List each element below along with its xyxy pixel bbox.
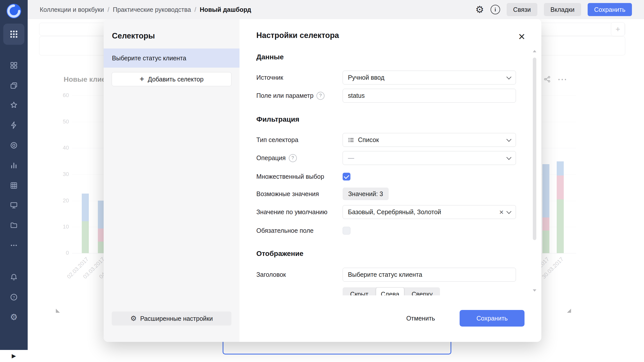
save-dashboard-button[interactable]: Сохранить xyxy=(588,3,632,16)
breadcrumb-collections[interactable]: Коллекции и воркбуки xyxy=(40,6,104,13)
breadcrumb-separator: / xyxy=(108,6,109,13)
close-button[interactable]: × xyxy=(515,30,528,43)
required-checkbox[interactable] xyxy=(343,227,350,235)
add-selector-label: Добавить селектор xyxy=(148,76,204,83)
selectors-pane-title: Селекторы xyxy=(112,31,155,40)
favorites-icon[interactable] xyxy=(0,98,28,113)
dashboards-icon[interactable] xyxy=(0,58,28,73)
close-icon: × xyxy=(518,30,525,43)
segment-option-top[interactable]: Сверху xyxy=(404,287,440,295)
scrollbar-thumb[interactable] xyxy=(533,58,536,240)
services-grid-icon[interactable] xyxy=(0,24,28,45)
save-selector-button[interactable]: Сохранить xyxy=(460,310,525,327)
datalens-logo[interactable] xyxy=(0,4,28,19)
settings-scroll-area: Данные Источник Ручной ввод Поле или пар… xyxy=(256,47,531,295)
sidebar-collapse-button[interactable]: ▶ xyxy=(0,350,28,362)
parameter-label: Поле или параметр ? xyxy=(256,92,343,100)
scroll-down-arrow[interactable] xyxy=(533,289,536,292)
segment-option-hidden[interactable]: Скрыт xyxy=(343,287,376,295)
charts-icon[interactable] xyxy=(0,158,28,173)
selectors-pane: Селекторы Выберите статус клиента + Доба… xyxy=(104,19,239,342)
add-selector-button[interactable]: + Добавить селектор xyxy=(112,72,231,86)
top-header: Коллекции и воркбуки / Практические руко… xyxy=(28,0,644,19)
sidebar: ? ⚙ xyxy=(0,0,28,350)
help-question-icon[interactable]: ? xyxy=(316,92,325,100)
presentations-icon[interactable] xyxy=(0,198,28,213)
source-select-value: Ручной ввод xyxy=(348,74,384,81)
chevron-down-icon xyxy=(506,137,511,142)
field-row-title: Заголовок xyxy=(256,268,516,282)
tables-icon[interactable] xyxy=(0,178,28,193)
tabs-button[interactable]: Вкладки xyxy=(544,3,581,16)
multi-select-checkbox[interactable] xyxy=(343,173,350,180)
collapse-icon: ▶ xyxy=(12,353,16,359)
selector-type-label: Тип селектора xyxy=(256,136,343,144)
breadcrumb-separator: / xyxy=(194,6,196,13)
datasets-icon[interactable] xyxy=(0,138,28,153)
info-button[interactable]: i xyxy=(491,5,500,14)
field-row-possible-values: Возможные значения Значений: 3 xyxy=(256,188,516,200)
cancel-button[interactable]: Отменить xyxy=(395,310,446,327)
field-row-selector-type: Тип селектора Список xyxy=(256,133,516,147)
selector-type-value: Список xyxy=(358,136,379,144)
settings-icon[interactable]: ⚙ xyxy=(0,309,28,325)
info-icon: i xyxy=(491,5,500,14)
selector-type-select[interactable]: Список xyxy=(343,133,516,147)
services-grid-tile xyxy=(3,24,24,45)
gear-icon: ⚙ xyxy=(475,5,484,14)
plus-icon: + xyxy=(140,75,144,83)
connections-icon[interactable] xyxy=(0,118,28,133)
field-row-operation: Операция ? — xyxy=(256,151,516,165)
breadcrumb-current: Новый дашборд xyxy=(200,6,251,13)
scroll-up-arrow[interactable] xyxy=(533,50,536,52)
selector-list-item[interactable]: Выберите статус клиента xyxy=(104,49,239,68)
gear-icon: ⚙ xyxy=(130,315,137,322)
chevron-down-icon xyxy=(506,74,511,79)
settings-gear-button[interactable]: ⚙ xyxy=(475,5,484,14)
links-button[interactable]: Связи xyxy=(507,3,537,16)
selector-list-item-label: Выберите статус клиента xyxy=(112,55,186,62)
segment-option-left[interactable]: Слева xyxy=(376,287,404,295)
breadcrumb: Коллекции и воркбуки / Практические руко… xyxy=(40,6,251,13)
possible-values-label: Возможные значения xyxy=(256,190,343,198)
title-position-segmented: Скрыт Слева Сверху xyxy=(343,287,440,295)
selector-settings-dialog: Селекторы Выберите статус клиента + Доба… xyxy=(104,19,541,342)
default-value-text: Базовый, Серебряный, Золотой xyxy=(348,208,441,216)
advanced-settings-label: Расширенные настройки xyxy=(140,315,213,322)
section-heading-display: Отображение xyxy=(256,250,303,258)
storage-icon[interactable] xyxy=(0,218,28,233)
multi-select-label: Множественный выбор xyxy=(256,173,343,180)
default-value-label: Значение по умолчанию xyxy=(256,208,343,216)
breadcrumb-guides[interactable]: Практические руководства xyxy=(113,6,191,13)
chevron-down-icon xyxy=(506,209,511,214)
help-question-icon[interactable]: ? xyxy=(289,154,297,162)
clear-icon[interactable]: × xyxy=(499,208,504,216)
section-heading-filtration: Фильтрация xyxy=(256,115,299,123)
svg-text:?: ? xyxy=(13,295,15,299)
parameter-input[interactable] xyxy=(343,89,516,103)
check-icon xyxy=(344,173,349,179)
field-row-source: Источник Ручной ввод xyxy=(256,71,516,84)
notifications-icon[interactable] xyxy=(0,269,28,285)
source-select[interactable]: Ручной ввод xyxy=(343,71,516,84)
field-row-default-value: Значение по умолчанию Базовый, Серебряны… xyxy=(256,205,516,219)
default-value-select[interactable]: Базовый, Серебряный, Золотой × xyxy=(343,205,516,219)
workbooks-icon[interactable] xyxy=(0,78,28,93)
source-label: Источник xyxy=(256,74,343,81)
required-label: Обязательное поле xyxy=(256,227,343,234)
gear-icon: ⚙ xyxy=(10,313,18,321)
title-input[interactable] xyxy=(343,268,516,282)
dialog-title: Настройки селектора xyxy=(256,31,339,40)
help-icon[interactable]: ? xyxy=(0,290,28,305)
values-count-badge[interactable]: Значений: 3 xyxy=(343,188,389,200)
operation-select[interactable]: — xyxy=(343,151,516,165)
list-icon xyxy=(348,137,354,143)
operation-value: — xyxy=(348,154,354,162)
more-icon[interactable] xyxy=(0,238,28,253)
title-label: Заголовок xyxy=(256,271,343,278)
advanced-settings-button[interactable]: ⚙ Расширенные настройки xyxy=(112,311,231,326)
header-actions: ⚙ i Связи Вкладки Сохранить xyxy=(475,3,632,16)
operation-label: Операция ? xyxy=(256,154,343,162)
field-row-parameter: Поле или параметр ? xyxy=(256,89,516,103)
section-heading-data: Данные xyxy=(256,53,284,61)
